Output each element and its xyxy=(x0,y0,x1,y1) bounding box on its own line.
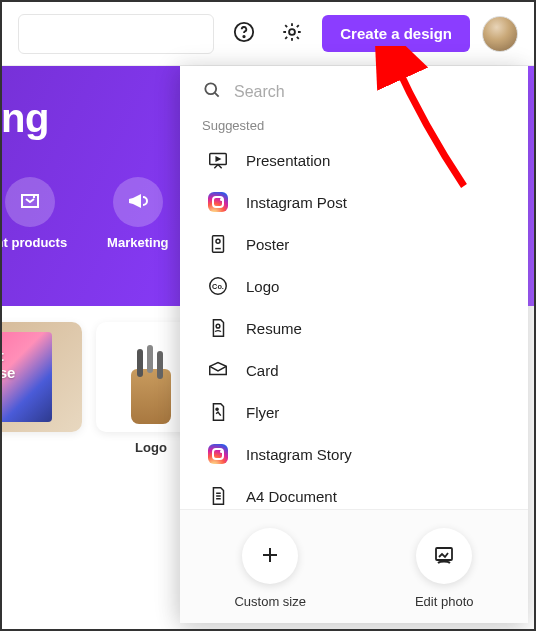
instagram-icon xyxy=(206,190,230,214)
poster-icon xyxy=(206,232,230,256)
suggestion-label: Instagram Post xyxy=(246,194,347,211)
hero-category-label: int products xyxy=(0,235,67,250)
thumbnail-card: Artcase xyxy=(0,322,82,455)
suggestion-instagram-story[interactable]: Instagram Story xyxy=(202,433,518,475)
suggestion-logo[interactable]: Co. Logo xyxy=(202,265,518,307)
thumbnail-art-showcase[interactable]: Artcase xyxy=(0,322,82,432)
suggestion-label: Resume xyxy=(246,320,302,337)
thumbnail-caption: Logo xyxy=(135,440,167,455)
create-design-dropdown: Suggested Presentation Instagram Post Po… xyxy=(180,66,528,623)
megaphone-icon xyxy=(126,189,150,216)
svg-point-1 xyxy=(244,35,245,36)
flyer-icon xyxy=(206,400,230,424)
settings-button[interactable] xyxy=(274,16,310,52)
suggestion-poster[interactable]: Poster xyxy=(202,223,518,265)
top-bar: Create a design xyxy=(2,2,534,66)
suggestion-label: Presentation xyxy=(246,152,330,169)
help-button[interactable] xyxy=(226,16,262,52)
global-search-box[interactable] xyxy=(18,14,214,54)
panel-search-row xyxy=(180,66,528,112)
hero-category-marketing[interactable]: Marketing xyxy=(107,177,168,250)
edit-photo-button[interactable]: Edit photo xyxy=(415,528,474,609)
avatar[interactable] xyxy=(482,16,518,52)
suggestion-label: Card xyxy=(246,362,279,379)
thumb-badge-text: case xyxy=(0,364,15,381)
svg-point-4 xyxy=(205,83,216,94)
svg-point-11 xyxy=(216,408,218,410)
svg-point-3 xyxy=(32,195,34,197)
card-icon xyxy=(206,358,230,382)
create-design-button[interactable]: Create a design xyxy=(322,15,470,52)
hero-category-print[interactable]: int products xyxy=(0,177,67,250)
edit-photo-icon xyxy=(432,543,456,570)
suggestion-instagram-post[interactable]: Instagram Post xyxy=(202,181,518,223)
instagram-icon xyxy=(206,442,230,466)
plus-icon xyxy=(258,543,282,570)
panel-scroll-area[interactable]: Suggested Presentation Instagram Post Po… xyxy=(180,112,528,509)
suggestion-label: Poster xyxy=(246,236,289,253)
svg-point-7 xyxy=(216,239,220,243)
print-icon xyxy=(18,189,42,216)
panel-search-input[interactable] xyxy=(234,83,506,101)
help-circle-icon xyxy=(233,21,255,47)
footer-button-label: Edit photo xyxy=(415,594,474,609)
suggestion-label: Instagram Story xyxy=(246,446,352,463)
presentation-icon xyxy=(206,148,230,172)
svg-rect-12 xyxy=(436,548,452,560)
resume-icon xyxy=(206,316,230,340)
thumb-badge-text: Art xyxy=(0,347,4,364)
panel-footer: Custom size Edit photo xyxy=(180,509,528,623)
template-thumbnails: Artcase Logo xyxy=(2,322,206,455)
suggestion-resume[interactable]: Resume xyxy=(202,307,518,349)
hero-category-label: Marketing xyxy=(107,235,168,250)
suggestion-label: Logo xyxy=(246,278,279,295)
suggestion-a4-document[interactable]: A4 Document xyxy=(202,475,518,509)
suggestion-label: A4 Document xyxy=(246,488,337,505)
suggestion-list: Presentation Instagram Post Poster Co. L… xyxy=(202,139,518,509)
suggestion-card[interactable]: Card xyxy=(202,349,518,391)
footer-button-label: Custom size xyxy=(234,594,306,609)
logo-co-icon: Co. xyxy=(206,274,230,298)
custom-size-button[interactable]: Custom size xyxy=(234,528,306,609)
svg-point-2 xyxy=(289,29,295,35)
suggestion-flyer[interactable]: Flyer xyxy=(202,391,518,433)
suggestion-presentation[interactable]: Presentation xyxy=(202,139,518,181)
svg-text:Co.: Co. xyxy=(212,282,224,291)
gear-icon xyxy=(281,21,303,47)
a4-doc-icon xyxy=(206,484,230,508)
search-icon xyxy=(202,80,222,104)
suggested-heading: Suggested xyxy=(202,118,518,133)
suggestion-label: Flyer xyxy=(246,404,279,421)
svg-point-10 xyxy=(216,324,220,328)
